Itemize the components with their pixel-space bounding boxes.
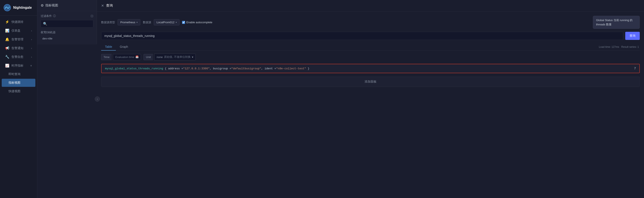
table-row: mysql_global_status_threads_running { ad… — [102, 64, 639, 73]
middle-panel: ⚙ 指标视图 过滤条件 ⓘ ☐ 🔍 夜莺DB机器 dev-n9e — [37, 0, 97, 44]
tab-table-label: Table — [105, 45, 112, 48]
filter-item[interactable]: dev-n9e — [41, 36, 93, 41]
label-busigroup-val: "defaultbusigroup" — [231, 67, 261, 70]
sidebar-item-instant-query[interactable]: 即时查询 — [2, 70, 35, 78]
tab-graph[interactable]: Graph — [116, 43, 132, 51]
search-box[interactable]: 🔍 — [41, 20, 93, 28]
quick-jump-icon: ⚡ — [5, 20, 9, 24]
metric-value: 7 — [634, 67, 636, 70]
app-name: Nightingale — [13, 6, 32, 10]
filter-group: 夜莺DB机器 dev-n9e — [41, 31, 93, 41]
label-ident-key: ident — [264, 67, 274, 70]
tooltip-text: Global Status 当前 running 的 threads 数量 — [596, 19, 632, 26]
time-label: Time — [101, 54, 112, 60]
filter-label: 过滤条件 — [41, 14, 52, 18]
tabs-row: Table Graph Load time: 127ms Result seri… — [101, 43, 640, 51]
sidebar-item-fast-view[interactable]: 快捷视图 — [2, 87, 35, 95]
dashboard-icon: 📊 — [5, 29, 9, 33]
sidebar-item-label: 告警通知 — [12, 46, 24, 50]
load-time: Load time: 127ms — [599, 46, 619, 48]
calendar-icon: 📅 — [136, 56, 139, 59]
timeseries-icon: 📈 — [5, 64, 9, 68]
sidebar-item-label: 时序指标 — [12, 64, 24, 68]
sidebar-item-label: 告警自愈 — [12, 55, 24, 59]
label-brace-close: } — [308, 67, 310, 70]
sidebar-item-metric-view[interactable]: 指标视图 — [2, 79, 35, 87]
main-content: ✕ 查询 数据源类型 Prometheus ▾ 数据源 LocalProm012… — [97, 0, 644, 198]
sidebar-item-dashboard[interactable]: 📊 仪表盘 › — [2, 27, 35, 35]
logo: Nightingale — [0, 0, 37, 16]
chevron-icon: › — [31, 38, 32, 41]
datasource-instance-select[interactable]: LocalProm012 ▾ — [154, 19, 180, 25]
sidebar-item-label: 告警管理 — [12, 38, 24, 41]
metric-labels: { address ="127.0.0.1:3306", busigroup =… — [163, 67, 310, 70]
collapse-panel-button[interactable]: ‹ — [95, 96, 100, 102]
evaluation-time-input[interactable]: Evaluation time 📅 — [113, 54, 141, 60]
query-input-row: 查询 — [101, 32, 640, 40]
panel-header: ⚙ 指标视图 — [37, 0, 97, 11]
result-table: mysql_global_status_threads_running { ad… — [101, 64, 640, 73]
search-input[interactable] — [48, 22, 91, 25]
modal: ✕ 查询 数据源类型 Prometheus ▾ 数据源 LocalProm012… — [97, 0, 644, 198]
sidebar-item-label: 指标视图 — [8, 81, 20, 85]
logo-icon — [4, 4, 11, 12]
chevron-icon: ∨ — [30, 64, 32, 67]
sidebar: Nightingale ⚡ 快捷跳转 📊 仪表盘 › 🔔 告警管理 › 📢 告警… — [0, 0, 37, 198]
datasource-instance-value: LocalProm012 — [156, 21, 174, 24]
modal-body: 数据源类型 Prometheus ▾ 数据源 LocalProm012 ▾ En… — [97, 12, 644, 198]
add-panel-button[interactable]: 添加面板 — [101, 77, 640, 87]
result-series: Result series: 1 — [621, 46, 639, 48]
sidebar-item-timeseries[interactable]: 📈 时序指标 ∨ — [2, 61, 35, 70]
close-button[interactable]: ✕ — [101, 4, 104, 8]
chevron-icon: › — [31, 30, 32, 32]
unit-value: none — [156, 56, 163, 59]
datasource-type-select[interactable]: Prometheus ▾ — [118, 19, 140, 25]
filter-section: 过滤条件 ⓘ ☐ 🔍 夜莺DB机器 dev-n9e — [37, 11, 97, 44]
query-controls: 数据源类型 Prometheus ▾ 数据源 LocalProm012 ▾ En… — [101, 16, 640, 29]
add-filter-icon[interactable]: ☐ — [91, 15, 93, 18]
datasource-label: 数据源 — [143, 21, 151, 24]
time-control: Time Evaluation time 📅 — [101, 54, 141, 60]
unit-select[interactable]: none 原始值, 不做单位转换 ▾ — [154, 54, 196, 60]
sidebar-item-alert-selfheal[interactable]: 🔧 告警自愈 › — [2, 53, 35, 61]
label-busigroup-key: busigroup — [213, 67, 230, 70]
sidebar-item-label: 快捷跳转 — [12, 20, 24, 24]
metric-name: mysql_global_status_threads_running — [105, 67, 163, 70]
sidebar-submenu: 即时查询 指标视图 快捷视图 — [0, 70, 37, 95]
sidebar-item-quick-jump[interactable]: ⚡ 快捷跳转 — [2, 18, 35, 26]
tab-table[interactable]: Table — [101, 43, 116, 51]
autocomplete-text: Enable autocomplete — [186, 21, 212, 24]
filter-group-label: 夜莺DB机器 — [41, 31, 93, 34]
controls-row: Time Evaluation time 📅 Unit none 原始值, 不做… — [101, 54, 640, 60]
label-address-key: address — [168, 67, 181, 70]
unit-label: Unit — [144, 54, 153, 60]
sidebar-item-label: 即时查询 — [8, 72, 20, 76]
alert-selfheal-icon: 🔧 — [5, 55, 9, 59]
label-address-val: "127.0.0.1:3306" — [183, 67, 210, 70]
chevron-icon: › — [31, 56, 32, 58]
alert-mgmt-icon: 🔔 — [5, 37, 9, 41]
gear-icon: ⚙ — [41, 4, 44, 8]
datasource-type-value: Prometheus — [120, 21, 135, 24]
filter-title: 过滤条件 ⓘ ☐ — [41, 14, 93, 18]
tab-graph-label: Graph — [120, 45, 128, 48]
autocomplete-checkbox[interactable] — [182, 21, 185, 24]
info-icon: ⓘ — [53, 14, 56, 18]
query-button[interactable]: 查询 — [625, 32, 640, 40]
sidebar-item-alert-notify[interactable]: 📢 告警通知 › — [2, 44, 35, 52]
modal-header: ✕ 查询 — [97, 0, 644, 12]
unit-control: Unit none 原始值, 不做单位转换 ▾ — [144, 54, 196, 60]
sidebar-item-alert-mgmt[interactable]: 🔔 告警管理 › — [2, 35, 35, 44]
chevron-down-icon: ▾ — [192, 56, 193, 59]
datasource-type-label: 数据源类型 — [101, 21, 115, 24]
evaluation-time-placeholder: Evaluation time — [115, 56, 134, 59]
chevron-icon: › — [31, 47, 32, 50]
query-input[interactable] — [101, 32, 623, 40]
tooltip-box: Global Status 当前 running 的 threads 数量 — [593, 16, 640, 29]
autocomplete-label[interactable]: Enable autocomplete — [182, 21, 212, 24]
middle-panel-container: ⚙ 指标视图 过滤条件 ⓘ ☐ 🔍 夜莺DB机器 dev-n9e ‹ — [37, 0, 97, 198]
label-brace-open: { — [165, 67, 168, 70]
chevron-down-icon: ▾ — [136, 21, 138, 24]
label-ident-val: "n9e-collect-test" — [276, 67, 306, 70]
sidebar-item-label: 快捷视图 — [8, 89, 20, 93]
